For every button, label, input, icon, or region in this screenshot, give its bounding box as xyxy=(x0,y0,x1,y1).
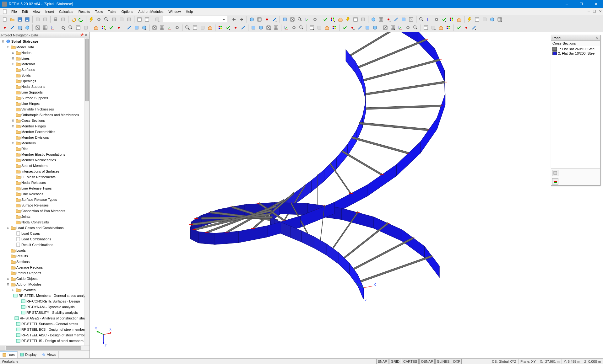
menu-view[interactable]: View xyxy=(30,9,43,14)
tree-fav-module[interactable]: RF-DYNAM - Dynamic analysis xyxy=(0,304,90,310)
draw-tool-32[interactable] xyxy=(265,24,272,31)
tree-model-line-supports[interactable]: Line Supports xyxy=(0,89,90,95)
result-tool-19[interactable] xyxy=(400,16,407,23)
draw-tool-46[interactable] xyxy=(382,24,389,31)
navigator-tab-views[interactable]: Views xyxy=(39,351,59,358)
panel-tab-1[interactable] xyxy=(552,170,558,176)
save-button[interactable] xyxy=(16,16,23,23)
tree-model-data[interactable]: ⊟Model Data xyxy=(0,44,90,50)
load-case-combo[interactable] xyxy=(163,16,227,23)
status-toggle-grid[interactable]: GRID xyxy=(389,359,401,364)
tree-model-surfaces[interactable]: Surfaces xyxy=(0,67,90,72)
draw-tool-8[interactable] xyxy=(67,24,74,31)
tree-model-materials[interactable]: ⊞Materials xyxy=(0,61,90,67)
tree-fav-module[interactable]: RF-STEEL Members - General stress analys… xyxy=(0,293,90,298)
result-tool-5[interactable] xyxy=(289,16,296,23)
result-tool-21[interactable] xyxy=(418,16,425,23)
result-tool-1[interactable] xyxy=(256,16,263,23)
result-tool-29[interactable] xyxy=(481,16,488,23)
tree-model-connection-of-two-members[interactable]: Connection of Two Members xyxy=(0,208,90,214)
tree-average-regions[interactable]: Average Regions xyxy=(0,265,90,270)
draw-tool-56[interactable] xyxy=(463,24,470,31)
draw-tool-37[interactable] xyxy=(308,24,315,31)
tree-model-member-hinges[interactable]: ⊞Member Hinges xyxy=(0,123,90,129)
draw-tool-30[interactable] xyxy=(250,24,257,31)
tree-model-orthotropic-surfaces-and-membranes[interactable]: Orthotropic Surfaces and Membranes xyxy=(0,112,90,118)
draw-tool-15[interactable] xyxy=(126,24,133,31)
tree-model-line-release-types[interactable]: Line Release Types xyxy=(0,185,90,191)
result-tool-24[interactable] xyxy=(441,16,448,23)
menu-calculate[interactable]: Calculate xyxy=(57,9,76,14)
draw-tool-3[interactable] xyxy=(24,24,31,31)
result-tool-17[interactable] xyxy=(385,16,392,23)
cross-section-row[interactable]: 1: Flat Bar 260/10; Steel xyxy=(552,47,600,51)
menu-tools[interactable]: Tools xyxy=(92,9,106,14)
navigator-tab-data[interactable]: Data xyxy=(0,351,18,358)
tree-addon-modules[interactable]: ⊟Add-on Modules xyxy=(0,281,90,287)
tree-scrollbar-vertical[interactable] xyxy=(84,38,90,345)
draw-tool-55[interactable] xyxy=(455,24,462,31)
result-tool-18[interactable] xyxy=(393,16,399,23)
menu-addon-modules[interactable]: Add-on Modules xyxy=(136,9,166,14)
draw-tool-49[interactable] xyxy=(405,24,411,31)
bolt-button[interactable] xyxy=(88,16,95,23)
tree-favorites[interactable]: ⊟Favorites xyxy=(0,287,90,293)
draw-tool-57[interactable] xyxy=(470,24,477,31)
result-tool-13[interactable] xyxy=(352,16,359,23)
tree-results[interactable]: Results xyxy=(0,253,90,259)
draw-tool-45[interactable] xyxy=(372,24,378,31)
tree-model-openings[interactable]: Openings xyxy=(0,78,90,84)
draw-tool-5[interactable] xyxy=(42,24,49,31)
draw-tool-7[interactable] xyxy=(60,24,67,31)
mdi-close[interactable]: ✕ xyxy=(597,9,603,14)
draw-tool-23[interactable] xyxy=(192,24,198,31)
panel-button-2[interactable] xyxy=(144,16,150,23)
tree-module[interactable]: RF-STEEL IS - Design of steel members xyxy=(0,338,90,344)
tree-printout-reports[interactable]: Printout Reports xyxy=(0,270,90,276)
status-toggle-dxf[interactable]: DXF xyxy=(452,359,462,364)
tree-model-lines[interactable]: ⊞Lines xyxy=(0,56,90,61)
tree-model-members[interactable]: ⊞Members xyxy=(0,140,90,146)
open-button[interactable] xyxy=(9,16,16,23)
result-tool-26[interactable] xyxy=(456,16,463,23)
tool-2[interactable] xyxy=(118,16,125,23)
tree-lc-load-cases[interactable]: Load Cases xyxy=(0,231,90,236)
panel-close[interactable]: ✕ xyxy=(595,36,599,40)
tree-model-joints[interactable]: Joints xyxy=(0,214,90,219)
draw-tool-19[interactable] xyxy=(159,24,166,31)
tree-model-ribs[interactable]: Ribs xyxy=(0,146,90,152)
tool-1[interactable] xyxy=(111,16,117,23)
draw-tool-41[interactable] xyxy=(341,24,348,31)
draw-tool-9[interactable] xyxy=(75,24,82,31)
draw-tool-14[interactable] xyxy=(115,24,122,31)
close-button[interactable]: ✕ xyxy=(589,0,603,8)
menu-options[interactable]: Options xyxy=(119,9,136,14)
draw-tool-29[interactable] xyxy=(240,24,247,31)
result-tool-8[interactable] xyxy=(312,16,318,23)
tree-model-member-elastic-foundations[interactable]: Member Elastic Foundations xyxy=(0,152,90,157)
calc-button[interactable] xyxy=(95,16,102,23)
tree-model-member-nonlinearities[interactable]: Member Nonlinearities xyxy=(0,157,90,163)
tree-model-line-hinges[interactable]: Line Hinges xyxy=(0,101,90,106)
status-toggle-snap[interactable]: SNAP xyxy=(376,359,389,364)
nav-prev[interactable] xyxy=(231,16,237,23)
tree-model-solids[interactable]: Solids xyxy=(0,72,90,78)
draw-tool-0[interactable] xyxy=(1,24,8,31)
draw-tool-31[interactable] xyxy=(258,24,264,31)
result-tool-27[interactable] xyxy=(466,16,473,23)
draw-tool-38[interactable] xyxy=(316,24,323,31)
draw-tool-48[interactable] xyxy=(397,24,404,31)
tree-sections[interactable]: Sections xyxy=(0,259,90,265)
result-tool-10[interactable] xyxy=(329,16,336,23)
paste-button[interactable] xyxy=(42,16,49,23)
tree-scrollbar-horizontal[interactable] xyxy=(0,345,90,351)
undo-button[interactable] xyxy=(70,16,77,23)
draw-tool-11[interactable] xyxy=(93,24,100,31)
menu-results[interactable]: Results xyxy=(76,9,93,14)
draw-tool-39[interactable] xyxy=(323,24,330,31)
tree-model-member-eccentricities[interactable]: Member Eccentricities xyxy=(0,129,90,135)
draw-tool-4[interactable] xyxy=(34,24,41,31)
tree-model-nodes[interactable]: ⊞Nodes xyxy=(0,50,90,56)
menu-button[interactable] xyxy=(154,16,161,23)
draw-tool-40[interactable] xyxy=(331,24,338,31)
